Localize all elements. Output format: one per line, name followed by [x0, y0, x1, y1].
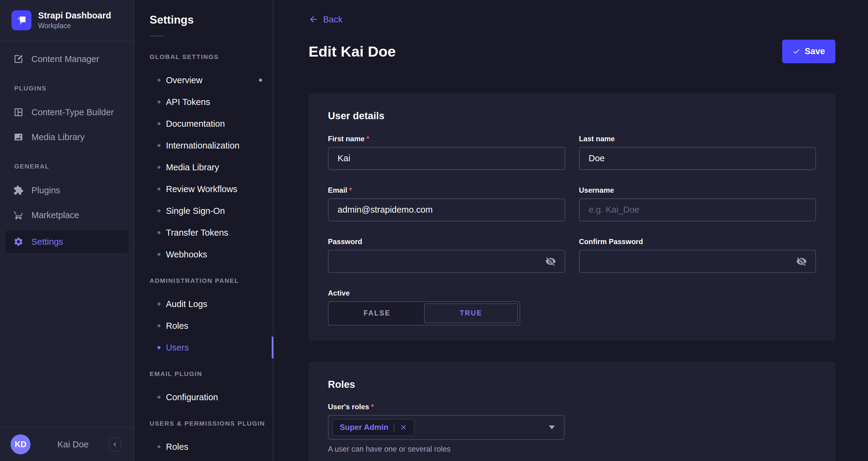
tag-separator: [394, 423, 395, 432]
bullet-icon: [157, 209, 160, 212]
sidebar-item-settings[interactable]: Settings: [5, 231, 128, 253]
roles-hint: A user can have one or several roles: [328, 445, 816, 454]
bullet-icon: [157, 166, 160, 169]
arrow-left-icon: [309, 15, 318, 24]
password-label: Password: [328, 237, 362, 246]
sidebar-item-content-type-builder[interactable]: Content-Type Builder: [0, 100, 134, 125]
role-tag-label: Super Admin: [340, 423, 389, 432]
subnav-item-overview[interactable]: Overview: [134, 69, 273, 91]
subnav-item-users[interactable]: Users: [134, 337, 273, 358]
sidebar-item-label: Content Manager: [31, 54, 99, 64]
sidebar-item-marketplace[interactable]: Marketplace: [0, 203, 134, 228]
sidebar-section-general: GENERAL: [14, 162, 134, 171]
workspace-switcher[interactable]: Strapi Dashboard Workplace: [0, 0, 134, 41]
subnav-item-transfer-tokens[interactable]: Transfer Tokens: [134, 222, 273, 243]
last-name-field[interactable]: [579, 147, 816, 170]
active-toggle-true[interactable]: TRUE: [424, 304, 518, 323]
subnav-item-configuration[interactable]: Configuration: [134, 386, 273, 408]
check-icon: [793, 48, 800, 55]
user-roles-select[interactable]: Super Admin: [328, 415, 564, 440]
subnav-item-media-library[interactable]: Media Library: [134, 156, 273, 178]
email-field[interactable]: [328, 198, 565, 222]
page-title: Edit Kai Doe: [309, 42, 396, 60]
strapi-logo-icon: [11, 10, 31, 30]
subnav-section-administration-panel: ADMINISTRATION PANEL: [150, 275, 273, 287]
email-group: Email *: [328, 186, 565, 222]
bullet-icon: [157, 231, 160, 234]
password-group: Password: [328, 237, 565, 273]
toggle-password-visibility-button[interactable]: [545, 255, 558, 268]
active-label: Active: [328, 289, 350, 298]
remove-role-button[interactable]: [400, 424, 407, 431]
subnav-section-global-settings: GLOBAL SETTINGS: [150, 51, 273, 63]
back-label: Back: [323, 15, 342, 25]
gear-icon: [13, 236, 24, 247]
user-roles-label: User's roles: [328, 402, 369, 411]
subnav-item-up-roles[interactable]: Roles: [134, 436, 273, 458]
password-field[interactable]: [328, 250, 565, 273]
roles-heading: Roles: [328, 379, 816, 390]
subnav-item-label: Audit Logs: [166, 299, 207, 309]
subnav-item-documentation[interactable]: Documentation: [134, 113, 273, 135]
bullet-icon: [157, 396, 160, 399]
sidebar-item-plugins[interactable]: Plugins: [0, 178, 134, 203]
sidebar-item-label: Content-Type Builder: [31, 107, 114, 117]
bullet-icon: [157, 188, 160, 191]
subnav-item-api-tokens[interactable]: API Tokens: [134, 91, 273, 113]
toggle-confirm-password-visibility-button[interactable]: [796, 255, 809, 268]
required-mark: *: [371, 402, 374, 411]
subnav-item-label: Roles: [166, 321, 188, 331]
user-name: Kai Doe: [57, 439, 89, 450]
sidebar-item-label: Settings: [31, 237, 63, 247]
subnav-item-review-workflows[interactable]: Review Workflows: [134, 178, 273, 200]
sidebar-item-content-manager[interactable]: Content Manager: [0, 47, 134, 71]
bullet-icon: [157, 100, 160, 104]
subnav-item-label: Single Sign-On: [166, 206, 225, 216]
first-name-field[interactable]: [328, 147, 565, 170]
active-toggle-false[interactable]: FALSE: [330, 304, 424, 323]
active-group: Active FALSE TRUE: [328, 289, 565, 325]
subnav-active-indicator: [272, 337, 274, 358]
subnav-item-audit-logs[interactable]: Audit Logs: [134, 293, 273, 315]
username-field[interactable]: [579, 198, 816, 222]
layout-grid-icon: [13, 107, 24, 117]
subnav-item-label: Overview: [166, 75, 203, 85]
back-link[interactable]: Back: [309, 13, 342, 25]
bullet-icon: [157, 253, 160, 256]
confirm-password-field[interactable]: [579, 250, 816, 273]
eye-off-icon: [796, 256, 809, 267]
confirm-password-label: Confirm Password: [579, 237, 643, 246]
subnav-item-label: Webhooks: [166, 250, 207, 260]
subnav-section-users-permissions-plugin: USERS & PERMISSIONS PLUGIN: [150, 417, 273, 430]
bullet-icon: [157, 346, 160, 349]
save-button[interactable]: Save: [782, 40, 835, 63]
subnav-item-admin-roles[interactable]: Roles: [134, 315, 273, 337]
user-details-heading: User details: [328, 110, 816, 122]
required-mark: *: [366, 134, 369, 143]
collapse-sidebar-button[interactable]: [109, 437, 121, 452]
content-manager-icon: [13, 54, 24, 64]
first-name-label: First name: [328, 134, 365, 143]
shopping-cart-icon: [13, 210, 24, 220]
bullet-icon: [157, 302, 160, 306]
subnav-item-label: API Tokens: [166, 97, 210, 107]
eye-off-icon: [545, 256, 558, 267]
chevron-down-icon: [549, 425, 555, 429]
image-icon: [13, 132, 24, 142]
puzzle-icon: [13, 185, 24, 195]
close-icon: [400, 424, 407, 431]
subnav-divider: [150, 36, 164, 36]
subnav-item-webhooks[interactable]: Webhooks: [134, 243, 273, 265]
sidebar-item-label: Marketplace: [31, 210, 79, 220]
sidebar-item-media-library[interactable]: Media Library: [0, 125, 134, 149]
workspace-name: Workplace: [38, 22, 111, 30]
subnav-item-single-sign-on[interactable]: Single Sign-On: [134, 200, 273, 222]
required-mark: *: [349, 186, 352, 195]
subnav-item-label: Roles: [166, 442, 188, 452]
user-avatar[interactable]: KD: [10, 434, 31, 454]
subnav-item-internationalization[interactable]: Internationalization: [134, 135, 273, 156]
username-label: Username: [579, 186, 614, 195]
main-content: Back Edit Kai Doe Save User details Firs…: [274, 0, 868, 461]
role-tag-super-admin: Super Admin: [333, 419, 414, 436]
subnav-item-label: Internationalization: [166, 141, 239, 151]
